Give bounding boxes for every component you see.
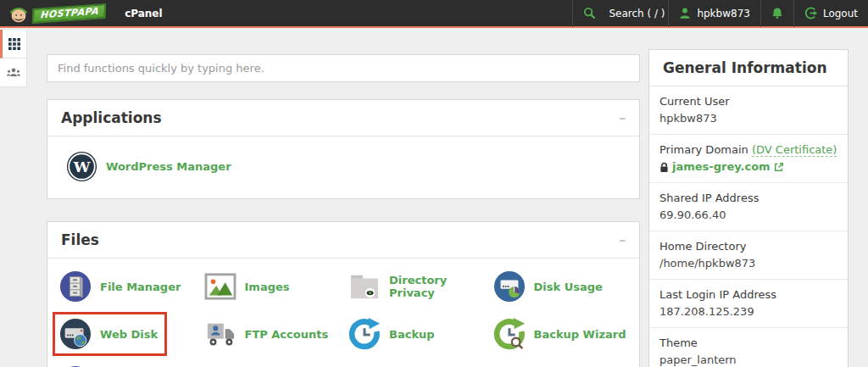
topbar-actions: Search ( / ) hpkbw873 Logout [572, 0, 868, 27]
images-icon [204, 272, 236, 301]
function-item-disk-usage[interactable]: Disk Usage [488, 270, 633, 303]
hostpapa-mascot-icon [7, 3, 31, 25]
function-label: Images [245, 281, 290, 293]
hostpapa-wordmark: HOSTPAPA [32, 3, 107, 23]
info-value: 69.90.66.40 [659, 207, 837, 224]
collapse-icon[interactable]: – [620, 112, 626, 125]
function-item-web-disk[interactable]: Web Disk [53, 312, 167, 356]
function-label: File Manager [100, 281, 181, 293]
backup-icon [348, 318, 381, 350]
info-label: Last Login IP Address [659, 286, 837, 303]
general-information-title: General Information [663, 59, 827, 76]
logout-icon [804, 7, 817, 19]
info-label: Primary Domain [659, 143, 748, 156]
topbar-logout[interactable]: Logout [793, 0, 868, 27]
files-title: Files [61, 231, 99, 248]
info-label: Theme [659, 335, 837, 352]
topbar-username: hpkbw873 [697, 8, 750, 19]
function-item-directory-privacy[interactable]: Directory Privacy [343, 270, 488, 303]
general-information-panel: General Information Current User hpkbw87… [648, 49, 849, 367]
function-label: Backup [389, 328, 435, 341]
info-row-shared-ip: Shared IP Address 69.90.66.40 [649, 183, 848, 231]
web-disk-icon [59, 318, 92, 350]
function-label: Web Disk [100, 328, 158, 341]
info-row-primary-domain: Primary Domain (DV Certificate) james-gr… [649, 135, 848, 183]
cpanel-label: cPanel [125, 8, 162, 19]
info-row-current-user: Current User hpkbw873 [649, 86, 848, 135]
backup-wizard-icon [493, 318, 526, 350]
grid-icon [8, 38, 20, 50]
right-sidebar: General Information Current User hpkbw87… [648, 30, 849, 367]
function-item-ftp-accounts[interactable]: FTP Accounts [199, 318, 344, 350]
dv-certificate-link[interactable]: (DV Certificate) [752, 143, 837, 157]
topbar-search[interactable]: Search ( / ) [572, 0, 668, 27]
info-row-theme: Theme paper_lantern [649, 328, 848, 367]
disk-usage-icon [493, 270, 526, 303]
function-label: FTP Accounts [245, 328, 329, 341]
function-item-backup-wizard[interactable]: Backup Wizard [488, 318, 633, 350]
applications-section: Applications – W WordPress Manager [47, 99, 640, 199]
sidebar-item-home[interactable] [0, 30, 27, 58]
info-value: hpkbw873 [659, 110, 837, 127]
function-item-file-manager[interactable]: File Manager [54, 270, 199, 303]
info-row-last-login-ip: Last Login IP Address 187.208.125.239 [649, 280, 848, 328]
quickfind-input[interactable] [47, 54, 640, 82]
hostpapa-logo[interactable]: HOSTPAPA [7, 3, 106, 25]
function-item-images[interactable]: Images [199, 270, 344, 303]
info-row-home-directory: Home Directory /home/hpkbw873 [649, 231, 848, 280]
info-label: Shared IP Address [659, 190, 837, 207]
info-value: /home/hpkbw873 [659, 255, 837, 272]
file-manager-icon [59, 270, 92, 303]
collapse-icon[interactable]: – [620, 234, 626, 247]
user-group-icon [7, 67, 20, 78]
function-label: Backup Wizard [534, 328, 626, 341]
function-label: WordPress Manager [106, 160, 231, 173]
primary-domain-link[interactable]: james-grey.com [672, 158, 771, 175]
info-label: Current User [659, 93, 837, 110]
topbar-user-menu[interactable]: hpkbw873 [668, 0, 760, 27]
search-icon [583, 7, 596, 19]
svg-text:W: W [73, 158, 91, 175]
wordpress-icon: W [66, 151, 97, 182]
user-icon [679, 7, 691, 19]
topbar-search-label: Search ( / ) [609, 8, 665, 19]
directory-privacy-icon [348, 272, 381, 301]
sidebar-item-users[interactable] [0, 58, 27, 87]
function-item-backup[interactable]: Backup [343, 318, 488, 350]
topbar-logout-label: Logout [823, 8, 858, 19]
left-sidebar [0, 30, 27, 87]
external-link-icon[interactable] [774, 162, 784, 172]
bell-icon [771, 7, 783, 19]
ftp-accounts-icon [204, 320, 236, 348]
files-section: Files – File Manager [47, 221, 640, 367]
function-label: Directory Privacy [389, 274, 488, 299]
function-label: Disk Usage [534, 281, 603, 293]
lock-icon [659, 162, 669, 173]
applications-title: Applications [61, 109, 162, 126]
info-value: paper_lantern [659, 352, 837, 367]
info-label: Home Directory [659, 238, 837, 255]
topbar-notifications[interactable] [760, 0, 793, 27]
function-item-wordpress-manager[interactable]: W WordPress Manager [61, 151, 626, 182]
topbar: HOSTPAPA cPanel Search ( / ) hpkbw873 L [0, 0, 868, 28]
info-value: 187.208.125.239 [659, 303, 837, 320]
main-content: Applications – W WordPress Manager Files… [47, 30, 640, 367]
